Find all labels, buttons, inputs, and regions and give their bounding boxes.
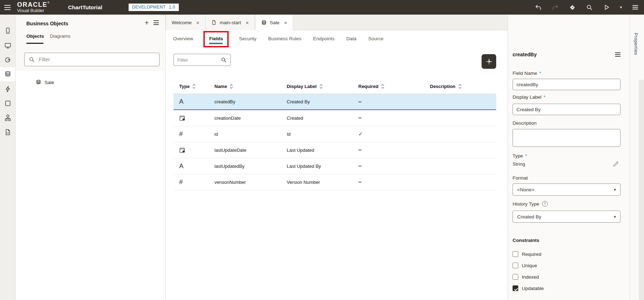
undo-icon[interactable] <box>534 4 542 11</box>
help-icon[interactable]: ? <box>542 201 548 207</box>
sort-icon[interactable] <box>230 84 233 89</box>
checkbox-box[interactable] <box>513 251 518 257</box>
close-icon[interactable]: × <box>246 20 249 26</box>
fields-filter-input[interactable] <box>177 57 219 63</box>
global-menu-icon[interactable] <box>4 5 11 10</box>
column-header-required[interactable]: Required <box>358 84 384 89</box>
fields-filter-field[interactable] <box>173 54 231 66</box>
type-label: Type* <box>513 153 620 159</box>
checkbox-box[interactable] <box>513 263 518 268</box>
subtab-fields[interactable]: Fields <box>209 36 223 41</box>
required-marker: * <box>525 153 527 159</box>
history-type-select[interactable]: Created By ▾ <box>513 211 620 223</box>
required-cell: ✓ <box>358 126 363 142</box>
object-item-sale[interactable]: Sale <box>16 76 165 89</box>
components-icon[interactable] <box>0 96 15 110</box>
checkbox-updatable[interactable]: Updatable <box>513 285 620 291</box>
field-name-cell: id <box>214 126 218 142</box>
number-type-icon: # <box>179 126 183 142</box>
service-connections-icon[interactable] <box>0 53 15 67</box>
visual-builder-window: ORACLE® Visual Builder ChartTutorial DEV… <box>0 0 644 300</box>
tab-sale[interactable]: Sale × <box>255 15 294 31</box>
environment-version: 1.0 <box>169 5 175 10</box>
column-header-name[interactable]: Name <box>214 84 233 89</box>
source-icon[interactable] <box>0 125 15 139</box>
panel-title: Business Objects <box>26 21 68 26</box>
close-icon[interactable]: × <box>196 20 199 26</box>
tab-label: main-start <box>220 20 241 25</box>
sort-icon[interactable] <box>192 84 196 89</box>
sort-icon[interactable] <box>320 84 323 89</box>
business-objects-icon[interactable] <box>0 67 15 81</box>
checkbox-required[interactable]: Required <box>513 251 620 257</box>
tab-objects[interactable]: Objects <box>26 33 44 39</box>
column-header-display-label[interactable]: Display Label <box>287 84 323 89</box>
panel-splitter[interactable] <box>639 80 644 300</box>
database-icon <box>36 79 41 85</box>
description-input[interactable] <box>513 129 620 147</box>
subtab-overview[interactable]: Overview <box>173 36 193 41</box>
sort-icon[interactable] <box>458 84 462 89</box>
tab-diagrams[interactable]: Diagrams <box>50 33 71 39</box>
sort-icon[interactable] <box>381 84 384 89</box>
run-app-icon[interactable] <box>603 4 611 11</box>
objects-filter-input[interactable] <box>39 57 155 62</box>
display-label-input[interactable] <box>513 104 620 115</box>
fields-tab-indicator <box>209 43 223 44</box>
top-header-bar: ORACLE® Visual Builder ChartTutorial DEV… <box>0 0 644 15</box>
column-header-type[interactable]: Type <box>179 84 196 89</box>
required-cell: – <box>358 158 362 174</box>
add-business-object-icon[interactable]: + <box>145 19 149 26</box>
checkbox-box[interactable] <box>513 274 518 280</box>
mobile-applications-icon[interactable] <box>0 24 15 38</box>
run-options-caret-icon[interactable]: ▾ <box>620 5 622 10</box>
required-cell: – <box>358 142 362 158</box>
column-header-description[interactable]: Description <box>430 84 462 89</box>
properties-panel-tab[interactable]: Properties <box>633 33 639 55</box>
tab-main-start[interactable]: main-start × <box>206 15 255 30</box>
checkbox-box-checked[interactable] <box>513 285 518 291</box>
table-row-versionNumber[interactable]: # versionNumber Version Number – <box>173 174 496 190</box>
properties-panel: createdBy Field Name* Display Label* Des… <box>508 15 630 300</box>
field-name-cell: lastUpdatedBy <box>214 158 245 174</box>
objects-tab-indicator <box>26 43 43 44</box>
document-tabstrip: Welcome × main-start × Sale × <box>166 15 508 30</box>
add-field-button[interactable] <box>482 54 496 69</box>
subtab-security[interactable]: Security <box>239 36 256 41</box>
subtab-endpoints[interactable]: Endpoints <box>313 36 334 41</box>
web-applications-icon[interactable] <box>0 38 15 53</box>
field-name-cell: creationDate <box>214 110 241 126</box>
subtab-data[interactable]: Data <box>346 36 357 41</box>
processes-icon[interactable] <box>0 82 15 96</box>
display-label-cell: Version Number <box>287 174 320 190</box>
checkbox-indexed[interactable]: Indexed <box>513 274 620 280</box>
settings-menu-icon[interactable] <box>631 4 639 11</box>
checkbox-unique[interactable]: Unique <box>513 262 620 269</box>
table-row-creationDate[interactable]: creationDate Created – <box>173 110 496 126</box>
search-icon[interactable] <box>586 4 593 11</box>
objects-filter-field[interactable] <box>24 53 160 66</box>
panel-options-icon[interactable] <box>154 20 159 25</box>
table-row-createdBy[interactable]: A createdBy Created By – <box>173 94 496 110</box>
close-icon[interactable]: × <box>284 20 287 26</box>
pending-changes-icon[interactable] <box>568 4 576 11</box>
properties-options-icon[interactable] <box>615 52 620 57</box>
table-row-lastUpdatedBy[interactable]: A lastUpdatedBy Last Updated By – <box>173 158 496 174</box>
field-name-cell: createdBy <box>214 94 235 109</box>
tab-welcome[interactable]: Welcome × <box>166 15 206 30</box>
redo-icon[interactable] <box>551 4 559 11</box>
display-label-cell: Created <box>287 110 303 126</box>
diagrams-icon[interactable] <box>0 111 15 125</box>
format-label: Format <box>513 175 620 181</box>
subtab-source[interactable]: Source <box>368 36 384 41</box>
format-select[interactable]: <None> ▾ <box>513 183 620 196</box>
business-objects-panel: Business Objects + Objects Diagrams Sale <box>16 15 166 300</box>
table-row-id[interactable]: # id Id ✓ <box>173 126 496 142</box>
subtab-business-rules[interactable]: Business Rules <box>268 36 301 41</box>
tab-label: Welcome <box>172 20 192 25</box>
field-name-input[interactable] <box>513 79 620 90</box>
edit-type-icon[interactable] <box>612 161 619 167</box>
display-label-cell: Last Updated <box>287 142 314 158</box>
table-row-lastUpdateDate[interactable]: lastUpdateDate Last Updated – <box>173 142 496 158</box>
search-icon <box>29 57 35 63</box>
